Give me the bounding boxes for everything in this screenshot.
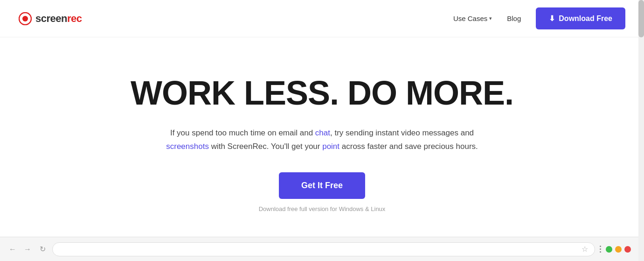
browser-menu-icon[interactable] [600, 246, 601, 253]
forward-icon: → [24, 245, 31, 254]
nav-right: Use Cases ▾ Blog ⬇ Download Free [453, 7, 625, 29]
browser-address-bar[interactable]: ☆ [52, 242, 595, 256]
hero-section: WORK LESS. DO MORE. If you spend too muc… [0, 37, 644, 240]
download-icon: ⬇ [549, 14, 555, 23]
browser-refresh-button[interactable]: ↻ [37, 244, 48, 254]
browser-back-button[interactable]: ← [7, 244, 18, 254]
highlight-screenshots: screenshots [166, 142, 209, 151]
blog-label: Blog [507, 14, 521, 22]
download-free-label: Download Free [559, 14, 612, 23]
logo[interactable]: screenrec [19, 12, 82, 25]
browser-forward-button[interactable]: → [22, 244, 33, 254]
svg-point-1 [22, 16, 28, 21]
nav-use-cases[interactable]: Use Cases ▾ [453, 14, 492, 22]
nav-blog[interactable]: Blog [507, 14, 521, 22]
menu-dot-1 [600, 246, 601, 247]
highlight-point: point [322, 142, 339, 151]
traffic-lights [606, 246, 631, 253]
back-icon: ← [9, 245, 16, 254]
traffic-light-red [624, 246, 631, 253]
highlight-chat: chat [315, 128, 330, 137]
logo-text: screenrec [35, 13, 82, 25]
scrollbar[interactable] [638, 0, 644, 261]
hero-subtitle: If you spend too much time on email and … [159, 127, 485, 154]
menu-dot-2 [600, 248, 601, 250]
menu-dot-3 [600, 251, 601, 253]
navbar: screenrec Use Cases ▾ Blog ⬇ Download Fr… [0, 0, 644, 37]
refresh-icon: ↻ [40, 245, 46, 254]
traffic-light-green [606, 246, 612, 253]
hero-note: Download free full version for Windows &… [259, 205, 386, 212]
logo-icon [19, 12, 32, 25]
get-it-free-button[interactable]: Get It Free [279, 172, 365, 199]
browser-bar: ← → ↻ ☆ [0, 237, 638, 261]
browser-right-controls [600, 246, 631, 253]
scrollbar-thumb[interactable] [638, 0, 644, 37]
use-cases-label: Use Cases [453, 14, 487, 22]
hero-title: WORK LESS. DO MORE. [131, 75, 513, 112]
download-free-button[interactable]: ⬇ Download Free [536, 7, 625, 29]
traffic-light-yellow [615, 246, 622, 253]
cta-label: Get It Free [301, 181, 343, 190]
star-icon: ☆ [582, 245, 588, 254]
chevron-down-icon: ▾ [489, 15, 492, 21]
